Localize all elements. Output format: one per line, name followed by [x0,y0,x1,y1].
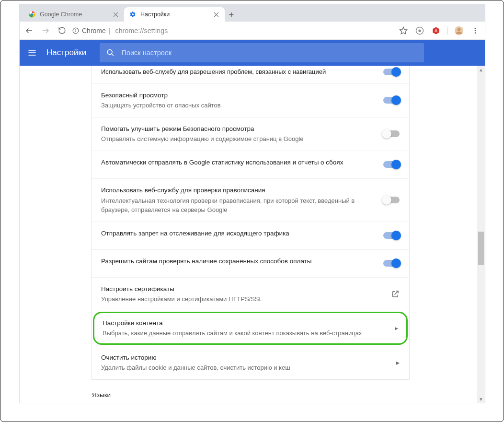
tab-title: Настройки [140,11,208,18]
tab-title: Google Chrome [40,11,108,18]
chevron-right-icon: ▸ [379,324,398,332]
svg-point-21 [458,28,461,31]
drawer-menu-button[interactable] [26,47,38,59]
setting-row-usage-stats[interactable]: Автоматически отправлять в Google статис… [92,151,409,178]
section-heading-languages: Языки [91,391,410,399]
address-toolbar: Chrome | chrome://settings A | [20,22,485,40]
svg-point-17 [418,29,421,32]
reload-button[interactable] [56,25,68,36]
setting-subtitle: Защищать устройство от опасных сайтов [101,100,373,110]
secure-chip: Chrome | [72,27,110,35]
setting-subtitle: Выбрать, какие данные отправлять сайтам … [103,328,371,338]
setting-row-improve-safe-browsing[interactable]: Помогать улучшить режим Безопасного прос… [92,117,409,151]
setting-title: Разрешить сайтам проверять наличие сохра… [101,257,373,266]
browser-tab-chrome[interactable]: Google Chrome [23,7,124,22]
setting-title: Помогать улучшить режим Безопасного прос… [101,124,373,134]
tab-close-icon[interactable] [112,11,119,18]
svg-line-29 [112,54,114,56]
external-link-icon [380,290,400,298]
secure-label: Chrome [82,27,106,35]
setting-row-do-not-track[interactable]: Отправлять запрет на отслеживание для ис… [92,222,409,249]
bookmark-star-button[interactable] [398,25,409,36]
tab-close-icon[interactable] [212,11,220,18]
settings-search[interactable] [100,43,424,62]
scrollbar-thumb[interactable] [478,232,484,265]
setting-subtitle: Отправлять системную информацию и содерж… [101,133,373,144]
setting-row-content-settings[interactable]: Настройки контента Выбрать, какие данные… [93,312,408,345]
setting-title: Настроить сертификаты [101,284,373,294]
forward-button[interactable] [40,25,51,36]
svg-point-22 [475,28,476,29]
settings-header: Настройки [20,40,485,66]
toggle-switch[interactable] [383,130,400,137]
tab-strip: Google Chrome Настройки + [20,4,485,22]
back-button[interactable] [23,25,35,36]
svg-marker-15 [400,27,407,34]
svg-point-24 [475,32,476,34]
svg-rect-14 [75,30,76,32]
chevron-right-icon: ▸ [380,359,400,366]
setting-title: Использовать веб-службу для разрешения п… [101,68,373,77]
toggle-switch[interactable] [383,97,400,104]
profile-avatar[interactable] [453,25,465,36]
address-bar[interactable]: Chrome | chrome://settings [72,24,393,37]
setting-title: Отправлять запрет на отслеживание для ис… [101,229,373,238]
setting-title: Безопасный просмотр [101,91,373,100]
extension-icon-yandex[interactable] [414,25,425,36]
page-title: Настройки [46,48,86,58]
toggle-switch[interactable] [383,161,400,168]
extension-icon-adblock[interactable]: A [430,25,442,36]
svg-point-13 [75,29,76,29]
scroll-up-icon[interactable]: ▲ [477,66,485,73]
setting-row-clear-data[interactable]: Очистить историю Удалить файлы cookie и … [92,346,409,379]
setting-row-manage-certificates[interactable]: Настроить сертификаты Управление настрой… [92,277,409,311]
setting-row-safe-browsing[interactable]: Безопасный просмотр Защищать устройство … [92,83,409,117]
toggle-switch[interactable] [383,260,400,267]
svg-text:A: A [435,29,437,33]
chrome-info-icon [72,27,79,34]
toggle-switch[interactable] [383,197,400,203]
setting-title: Автоматически отправлять в Google статис… [101,158,373,167]
svg-point-23 [475,30,476,31]
search-icon [106,48,115,57]
setting-row-payment-methods[interactable]: Разрешить сайтам проверять наличие сохра… [92,249,409,277]
vertical-scrollbar[interactable]: ▲ ▼ [477,66,485,403]
more-menu-button[interactable] [470,25,481,36]
svg-point-28 [108,50,113,55]
scroll-down-icon[interactable]: ▼ [477,395,485,403]
setting-row-spellcheck[interactable]: Использовать веб-службу для проверки пра… [92,178,409,222]
search-input[interactable] [122,49,418,57]
new-tab-button[interactable]: + [225,8,238,22]
setting-title: Использовать веб-службу для проверки пра… [101,186,373,195]
setting-subtitle: Удалить файлы cookie и данные сайтов, оч… [101,362,373,373]
setting-subtitle: Интеллектуальная технология проверки пра… [101,195,373,215]
toggle-switch[interactable] [383,69,400,75]
settings-favicon-icon [129,11,137,18]
setting-subtitle: Управление настройками и сертификатами H… [101,293,373,304]
setting-title: Настройки контента [103,318,371,328]
url-text: chrome://settings [115,27,168,35]
chrome-favicon-icon [28,11,36,18]
toggle-switch[interactable] [383,232,400,239]
browser-tab-settings[interactable]: Настройки [124,7,225,22]
setting-row-navigation-fix[interactable]: Использовать веб-службу для разрешения п… [92,66,409,83]
setting-title: Очистить историю [101,353,373,363]
